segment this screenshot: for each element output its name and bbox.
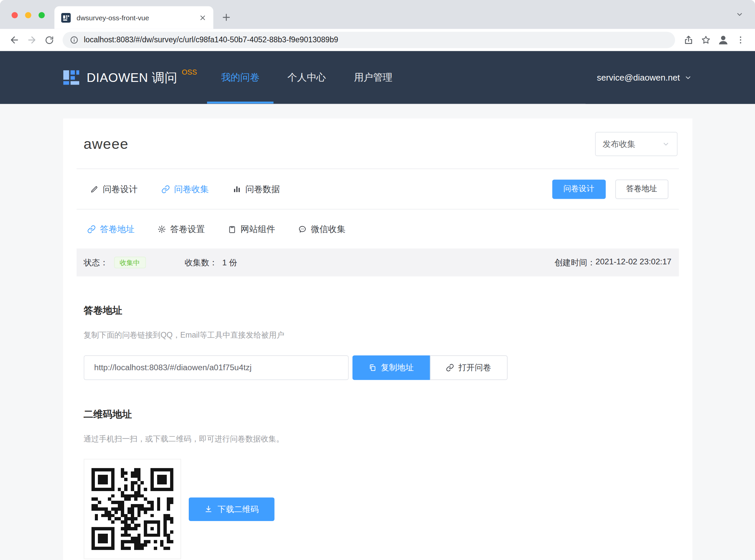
created-label: 创建时间：	[555, 257, 595, 268]
subtab-answer-settings[interactable]: 答卷设置	[157, 223, 205, 235]
answer-url-heading: 答卷地址	[84, 304, 692, 317]
address-bar[interactable]: localhost:8083/#/dw/survey/c/url/c98fa14…	[63, 32, 675, 48]
pencil-icon	[90, 185, 99, 194]
chevron-down-icon	[684, 74, 692, 81]
qr-heading: 二维码地址	[84, 408, 692, 421]
nav-item-user-management[interactable]: 用户管理	[340, 51, 406, 103]
site-info-icon[interactable]	[70, 36, 79, 44]
subtab-label: 网站组件	[240, 223, 275, 235]
subtab-label: 微信收集	[311, 223, 346, 235]
brand-name: DIAOWEN 调问	[86, 69, 178, 86]
bookmark-star-icon[interactable]	[697, 31, 714, 48]
status-bar: 状态： 收集中 收集数： 1 份 创建时间： 2021-12-02 23:02:…	[76, 248, 678, 276]
answer-url-desc: 复制下面的问卷链接到QQ，Email等工具中直接发给被用户	[84, 330, 692, 340]
browser-tab-strip: dwsurvey-oss-front-vue	[0, 0, 755, 29]
count-value: 1 份	[222, 257, 237, 268]
link-icon	[446, 364, 454, 372]
page-background: aweee 发布收集 问卷设计	[0, 104, 755, 560]
subtab-wechat-collect[interactable]: 微信收集	[298, 223, 346, 235]
survey-card: aweee 发布收集 问卷设计	[63, 119, 692, 560]
collect-count: 收集数： 1 份	[185, 257, 237, 268]
reload-button[interactable]	[41, 31, 58, 48]
chat-bubble-icon	[298, 225, 307, 233]
status-label: 状态：	[84, 257, 108, 268]
survey-link-input[interactable]	[84, 355, 349, 380]
window-zoom-button[interactable]	[39, 12, 45, 18]
browser-window: dwsurvey-oss-front-vue localhost:8083/#/…	[0, 0, 755, 560]
survey-tabs: 问卷设计 问卷收集 问卷数据 问卷设计 答卷地址	[63, 169, 692, 209]
copy-link-label: 复制地址	[381, 362, 413, 373]
tab-label: 问卷收集	[174, 183, 209, 195]
brand-badge: OSS	[182, 67, 197, 76]
window-minimize-button[interactable]	[25, 12, 31, 18]
back-button[interactable]	[6, 31, 23, 48]
count-label: 收集数：	[185, 257, 217, 268]
gear-icon	[157, 225, 166, 233]
qr-row: 下载二维码	[84, 459, 692, 559]
subtab-site-widget[interactable]: 网站组件	[227, 223, 275, 235]
copy-icon	[368, 364, 377, 372]
publish-collect-label: 发布收集	[603, 139, 635, 149]
qr-code	[91, 468, 173, 550]
tab-title: dwsurvey-oss-front-vue	[77, 14, 199, 21]
qr-box	[84, 459, 181, 559]
qr-desc: 通过手机扫一扫，或下载二维码，即可进行问卷数据收集。	[84, 435, 692, 444]
copy-link-button[interactable]: 复制地址	[352, 355, 430, 380]
account-menu[interactable]: service@diaowen.net	[597, 51, 692, 104]
tab-close-icon[interactable]	[199, 14, 206, 21]
tab-label: 问卷数据	[245, 183, 280, 195]
screen: dwsurvey-oss-front-vue localhost:8083/#/…	[0, 0, 755, 560]
download-icon	[204, 505, 213, 513]
main-nav: 我的问卷 个人中心 用户管理	[207, 51, 586, 104]
subtab-label: 答卷地址	[100, 223, 135, 235]
created-time: 创建时间： 2021-12-02 23:02:17	[555, 257, 671, 268]
forward-button[interactable]	[23, 31, 40, 48]
download-qr-label: 下载二维码	[218, 503, 259, 514]
account-email: service@diaowen.net	[597, 73, 680, 83]
link-button-group: 复制地址 打开问卷	[352, 355, 507, 380]
header-actions: 问卷设计 答卷地址	[552, 179, 668, 199]
browser-menu-icon[interactable]	[732, 31, 749, 48]
created-value: 2021-12-02 23:02:17	[595, 257, 671, 268]
tab-search-chevron-icon[interactable]	[733, 8, 746, 21]
open-survey-button[interactable]: 打开问卷	[430, 355, 507, 380]
download-qr-button[interactable]: 下载二维码	[188, 497, 274, 521]
sections: 答卷地址 复制下面的问卷链接到QQ，Email等工具中直接发给被用户 复制地址	[63, 304, 692, 559]
app-header: DIAOWEN 调问 OSS 我的问卷 个人中心 用户管理 service@di…	[0, 51, 755, 104]
site-favicon-icon	[61, 13, 71, 22]
url-text: localhost:8083/#/dw/survey/c/url/c98fa14…	[84, 36, 338, 44]
open-survey-label: 打开问卷	[458, 362, 491, 373]
browser-tab[interactable]: dwsurvey-oss-front-vue	[54, 6, 213, 29]
nav-item-my-surveys[interactable]: 我的问卷	[207, 51, 274, 103]
chevron-down-icon	[662, 140, 670, 148]
profile-avatar[interactable]	[715, 31, 732, 48]
bar-chart-icon	[232, 185, 241, 194]
browser-toolbar: localhost:8083/#/dw/survey/c/url/c98fa14…	[0, 29, 755, 51]
tab-label: 问卷设计	[103, 183, 138, 195]
subtab-label: 答卷设置	[170, 223, 205, 235]
link-icon	[87, 225, 96, 233]
survey-design-button[interactable]: 问卷设计	[552, 179, 606, 199]
nav-item-profile-center[interactable]: 个人中心	[274, 51, 340, 103]
card-header: aweee 发布收集	[63, 119, 692, 168]
brand-logo: DIAOWEN 调问 OSS	[63, 51, 207, 104]
survey-title: aweee	[84, 136, 128, 152]
tab-survey-collect[interactable]: 问卷收集	[161, 183, 209, 195]
link-icon	[161, 185, 170, 194]
subtab-answer-url[interactable]: 答卷地址	[87, 223, 135, 235]
new-tab-button[interactable]	[219, 10, 233, 24]
diaowen-logo-icon	[63, 69, 80, 86]
clipboard-icon	[227, 225, 236, 233]
tab-survey-design[interactable]: 问卷设计	[90, 183, 138, 195]
status-badge: 收集中	[114, 257, 145, 268]
collect-subtabs: 答卷地址 答卷设置 网站组件	[63, 209, 692, 248]
share-icon[interactable]	[680, 31, 697, 48]
link-row: 复制地址 打开问卷	[84, 355, 692, 380]
window-close-button[interactable]	[12, 12, 18, 18]
publish-collect-dropdown[interactable]: 发布收集	[595, 132, 677, 156]
answer-url-button[interactable]: 答卷地址	[615, 179, 668, 199]
window-controls	[12, 12, 45, 18]
tab-survey-data[interactable]: 问卷数据	[232, 183, 280, 195]
